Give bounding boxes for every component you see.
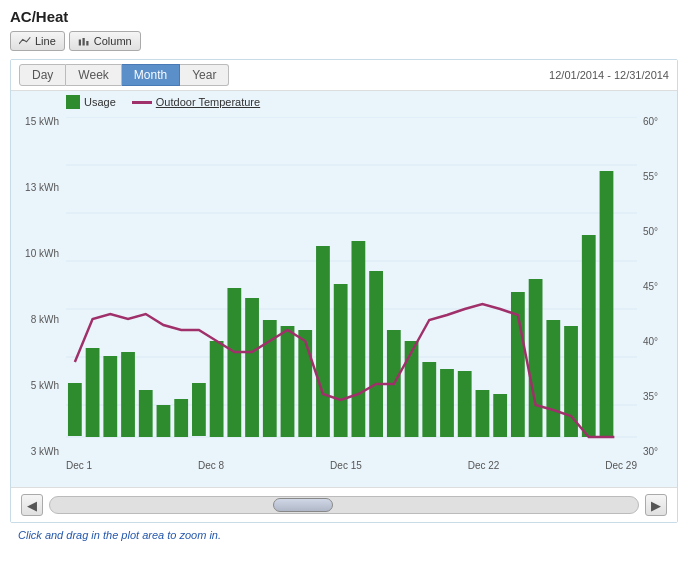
legend-usage: Usage (66, 95, 116, 109)
svg-rect-14 (121, 352, 135, 437)
temp-line-icon (132, 101, 152, 104)
y-axis-right: 60° 55° 50° 45° 40° 35° 30° (639, 117, 677, 457)
tab-day[interactable]: Day (19, 64, 66, 86)
y-right-label-2: 50° (643, 227, 658, 237)
column-icon (78, 36, 90, 46)
svg-rect-0 (79, 40, 81, 46)
slider-track[interactable] (49, 496, 639, 514)
usage-color-box (66, 95, 80, 109)
svg-rect-19 (210, 341, 224, 437)
svg-rect-16 (157, 405, 171, 437)
svg-rect-41 (600, 171, 614, 437)
x-axis-labels: Dec 1 Dec 8 Dec 15 Dec 22 Dec 29 (66, 457, 637, 471)
svg-rect-25 (316, 246, 330, 437)
chart-wrapper: Day Week Month Year 12/01/2014 - 12/31/2… (10, 59, 678, 523)
y-left-label-3: 8 kWh (31, 315, 59, 325)
slider-left-button[interactable]: ◀ (21, 494, 43, 516)
svg-rect-24 (298, 330, 312, 437)
bars (68, 171, 613, 437)
svg-rect-13 (103, 356, 117, 437)
y-left-label-5: 3 kWh (31, 447, 59, 457)
svg-rect-28 (369, 271, 383, 437)
svg-rect-38 (546, 320, 560, 437)
y-right-label-0: 60° (643, 117, 658, 127)
y-right-label-6: 30° (643, 447, 658, 457)
y-left-label-2: 10 kWh (25, 249, 59, 259)
svg-rect-32 (440, 369, 454, 437)
svg-rect-20 (227, 288, 241, 437)
y-left-label-0: 15 kWh (25, 117, 59, 127)
legend-row: Usage Outdoor Temperature (11, 91, 677, 111)
line-button[interactable]: Line (10, 31, 65, 51)
svg-rect-18 (192, 383, 206, 436)
temp-label: Outdoor Temperature (156, 96, 260, 108)
svg-rect-21 (245, 298, 259, 437)
chart-svg-container: Dec 1 Dec 8 Dec 15 Dec 22 Dec 29 (66, 117, 637, 457)
y-left-label-1: 13 kWh (25, 183, 59, 193)
x-label-dec22: Dec 22 (468, 460, 500, 471)
svg-rect-26 (334, 284, 348, 437)
footer-note: Click and drag in the plot area to zoom … (10, 523, 678, 545)
y-right-label-4: 40° (643, 337, 658, 347)
y-left-label-4: 5 kWh (31, 381, 59, 391)
svg-rect-33 (458, 371, 472, 437)
y-right-label-3: 45° (643, 282, 658, 292)
slider-right-button[interactable]: ▶ (645, 494, 667, 516)
chart-area[interactable]: 15 kWh 13 kWh 10 kWh 8 kWh 5 kWh 3 kWh 6… (11, 111, 677, 487)
x-label-dec1: Dec 1 (66, 460, 92, 471)
tab-week[interactable]: Week (66, 64, 121, 86)
x-label-dec15: Dec 15 (330, 460, 362, 471)
tabs: Day Week Month Year (19, 64, 229, 86)
usage-label: Usage (84, 96, 116, 108)
y-axis-left: 15 kWh 13 kWh 10 kWh 8 kWh 5 kWh 3 kWh (11, 117, 63, 457)
svg-rect-30 (405, 341, 419, 437)
main-container: AC/Heat Line Column Day Week Month Year (0, 0, 688, 576)
x-label-dec8: Dec 8 (198, 460, 224, 471)
svg-rect-12 (86, 348, 100, 437)
tabs-row: Day Week Month Year 12/01/2014 - 12/31/2… (11, 60, 677, 91)
slider-thumb[interactable] (273, 498, 333, 512)
tab-month[interactable]: Month (122, 64, 180, 86)
legend-temperature: Outdoor Temperature (132, 96, 260, 108)
y-right-label-1: 55° (643, 172, 658, 182)
date-range: 12/01/2014 - 12/31/2014 (549, 69, 669, 81)
column-button[interactable]: Column (69, 31, 141, 51)
x-label-dec29: Dec 29 (605, 460, 637, 471)
svg-rect-15 (139, 390, 153, 437)
tab-year[interactable]: Year (180, 64, 229, 86)
svg-rect-31 (422, 362, 436, 437)
slider-row: ◀ ▶ (11, 487, 677, 522)
page-title: AC/Heat (10, 8, 678, 25)
toolbar: Line Column (10, 31, 678, 51)
svg-rect-1 (82, 38, 84, 46)
svg-rect-35 (493, 394, 507, 437)
svg-rect-23 (281, 326, 295, 437)
svg-rect-27 (352, 241, 366, 437)
svg-rect-40 (582, 235, 596, 437)
svg-rect-34 (476, 390, 490, 437)
y-right-label-5: 35° (643, 392, 658, 402)
svg-rect-17 (174, 399, 188, 437)
line-icon (19, 36, 31, 46)
chart-svg (66, 117, 637, 457)
svg-rect-11 (68, 383, 82, 436)
svg-rect-2 (86, 41, 88, 46)
svg-rect-37 (529, 279, 543, 437)
